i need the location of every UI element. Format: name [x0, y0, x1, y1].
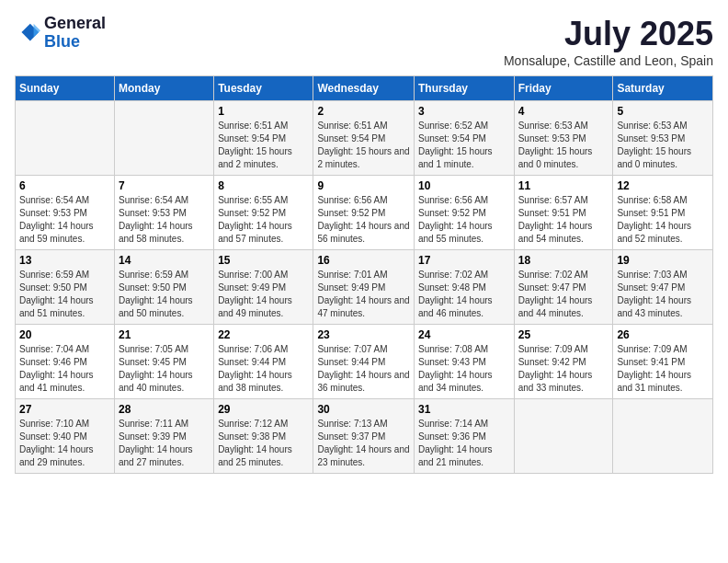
calendar-body: 1Sunrise: 6:51 AM Sunset: 9:54 PM Daylig…: [16, 101, 713, 474]
logo-text: General Blue: [44, 15, 106, 52]
calendar-cell: 18Sunrise: 7:02 AM Sunset: 9:47 PM Dayli…: [514, 250, 613, 325]
day-number: 31: [418, 403, 510, 416]
day-info: Sunrise: 7:01 AM Sunset: 9:49 PM Dayligh…: [317, 269, 410, 320]
day-info: Sunrise: 7:07 AM Sunset: 9:44 PM Dayligh…: [317, 343, 410, 395]
calendar-cell: 1Sunrise: 6:51 AM Sunset: 9:54 PM Daylig…: [214, 101, 313, 176]
calendar-cell: 23Sunrise: 7:07 AM Sunset: 9:44 PM Dayli…: [313, 325, 415, 399]
calendar-cell: 30Sunrise: 7:13 AM Sunset: 9:37 PM Dayli…: [313, 399, 415, 474]
calendar-cell: 2Sunrise: 6:51 AM Sunset: 9:54 PM Daylig…: [313, 101, 415, 176]
day-info: Sunrise: 6:55 AM Sunset: 9:52 PM Dayligh…: [218, 194, 309, 246]
day-info: Sunrise: 6:56 AM Sunset: 9:52 PM Dayligh…: [418, 194, 510, 246]
calendar-cell: 10Sunrise: 6:56 AM Sunset: 9:52 PM Dayli…: [414, 176, 514, 250]
calendar-cell: 21Sunrise: 7:05 AM Sunset: 9:45 PM Dayli…: [115, 325, 214, 399]
day-number: 15: [218, 254, 309, 267]
calendar-cell: 17Sunrise: 7:02 AM Sunset: 9:48 PM Dayli…: [414, 250, 514, 325]
weekday-header-wednesday: Wednesday: [313, 76, 415, 101]
day-info: Sunrise: 7:04 AM Sunset: 9:46 PM Dayligh…: [19, 343, 110, 395]
weekday-header-tuesday: Tuesday: [214, 76, 313, 101]
day-info: Sunrise: 6:57 AM Sunset: 9:51 PM Dayligh…: [518, 194, 609, 246]
day-number: 9: [317, 179, 410, 192]
day-number: 23: [317, 328, 410, 341]
day-info: Sunrise: 6:54 AM Sunset: 9:53 PM Dayligh…: [119, 194, 210, 246]
calendar-cell: 4Sunrise: 6:53 AM Sunset: 9:53 PM Daylig…: [514, 101, 613, 176]
day-number: 6: [19, 179, 110, 192]
calendar-table: SundayMondayTuesdayWednesdayThursdayFrid…: [15, 75, 713, 474]
day-info: Sunrise: 6:59 AM Sunset: 9:50 PM Dayligh…: [19, 269, 110, 320]
day-number: 10: [418, 179, 510, 192]
logo-line1: General: [44, 15, 106, 33]
day-number: 19: [617, 254, 709, 267]
weekday-header-monday: Monday: [115, 76, 214, 101]
day-number: 18: [518, 254, 609, 267]
day-info: Sunrise: 7:06 AM Sunset: 9:44 PM Dayligh…: [218, 343, 309, 395]
day-info: Sunrise: 6:58 AM Sunset: 9:51 PM Dayligh…: [617, 194, 709, 246]
calendar-cell: 13Sunrise: 6:59 AM Sunset: 9:50 PM Dayli…: [16, 250, 115, 325]
day-number: 27: [19, 403, 110, 416]
calendar-cell: 11Sunrise: 6:57 AM Sunset: 9:51 PM Dayli…: [514, 176, 613, 250]
calendar-cell: 24Sunrise: 7:08 AM Sunset: 9:43 PM Dayli…: [414, 325, 514, 399]
calendar-cell: 20Sunrise: 7:04 AM Sunset: 9:46 PM Dayli…: [16, 325, 115, 399]
calendar-week-5: 27Sunrise: 7:10 AM Sunset: 9:40 PM Dayli…: [16, 399, 713, 474]
day-number: 28: [119, 403, 210, 416]
calendar-cell: 16Sunrise: 7:01 AM Sunset: 9:49 PM Dayli…: [313, 250, 415, 325]
weekday-header-friday: Friday: [514, 76, 613, 101]
day-number: 4: [518, 105, 609, 118]
calendar-week-4: 20Sunrise: 7:04 AM Sunset: 9:46 PM Dayli…: [16, 325, 713, 399]
day-info: Sunrise: 6:54 AM Sunset: 9:53 PM Dayligh…: [19, 194, 110, 246]
day-number: 22: [218, 328, 309, 341]
calendar-cell: 14Sunrise: 6:59 AM Sunset: 9:50 PM Dayli…: [115, 250, 214, 325]
day-info: Sunrise: 7:10 AM Sunset: 9:40 PM Dayligh…: [19, 418, 110, 469]
calendar-cell: 25Sunrise: 7:09 AM Sunset: 9:42 PM Dayli…: [514, 325, 613, 399]
day-number: 30: [317, 403, 410, 416]
day-number: 1: [218, 105, 309, 118]
calendar-cell: 26Sunrise: 7:09 AM Sunset: 9:41 PM Dayli…: [613, 325, 713, 399]
calendar-cell: 31Sunrise: 7:14 AM Sunset: 9:36 PM Dayli…: [414, 399, 514, 474]
day-info: Sunrise: 6:59 AM Sunset: 9:50 PM Dayligh…: [119, 269, 210, 320]
day-info: Sunrise: 7:14 AM Sunset: 9:36 PM Dayligh…: [418, 418, 510, 469]
calendar-cell: [115, 101, 214, 176]
day-number: 7: [119, 179, 210, 192]
day-info: Sunrise: 7:02 AM Sunset: 9:48 PM Dayligh…: [418, 269, 510, 320]
calendar-cell: 9Sunrise: 6:56 AM Sunset: 9:52 PM Daylig…: [313, 176, 415, 250]
day-info: Sunrise: 6:52 AM Sunset: 9:54 PM Dayligh…: [418, 120, 510, 171]
day-number: 11: [518, 179, 609, 192]
day-number: 14: [119, 254, 210, 267]
calendar-cell: 7Sunrise: 6:54 AM Sunset: 9:53 PM Daylig…: [115, 176, 214, 250]
day-info: Sunrise: 7:13 AM Sunset: 9:37 PM Dayligh…: [317, 418, 410, 469]
day-info: Sunrise: 6:51 AM Sunset: 9:54 PM Dayligh…: [317, 120, 410, 171]
calendar-cell: [16, 101, 115, 176]
day-number: 8: [218, 179, 309, 192]
day-number: 2: [317, 105, 410, 118]
day-info: Sunrise: 7:09 AM Sunset: 9:41 PM Dayligh…: [617, 343, 709, 395]
calendar-cell: 12Sunrise: 6:58 AM Sunset: 9:51 PM Dayli…: [613, 176, 713, 250]
day-number: 26: [617, 328, 709, 341]
logo-line2: Blue: [44, 33, 106, 52]
day-info: Sunrise: 6:53 AM Sunset: 9:53 PM Dayligh…: [617, 120, 709, 171]
day-info: Sunrise: 7:09 AM Sunset: 9:42 PM Dayligh…: [518, 343, 609, 395]
day-number: 16: [317, 254, 410, 267]
page-header: General Blue July 2025 Monsalupe, Castil…: [15, 15, 713, 68]
month-title: July 2025: [504, 15, 713, 53]
calendar-cell: 22Sunrise: 7:06 AM Sunset: 9:44 PM Dayli…: [214, 325, 313, 399]
logo: General Blue: [15, 15, 106, 52]
calendar-header: SundayMondayTuesdayWednesdayThursdayFrid…: [16, 76, 713, 101]
day-number: 25: [518, 328, 609, 341]
weekday-header-saturday: Saturday: [613, 76, 713, 101]
day-info: Sunrise: 7:12 AM Sunset: 9:38 PM Dayligh…: [218, 418, 309, 469]
weekday-header-thursday: Thursday: [414, 76, 514, 101]
day-number: 17: [418, 254, 510, 267]
calendar-cell: 15Sunrise: 7:00 AM Sunset: 9:49 PM Dayli…: [214, 250, 313, 325]
calendar-cell: [613, 399, 713, 474]
day-number: 29: [218, 403, 309, 416]
day-number: 21: [119, 328, 210, 341]
day-number: 24: [418, 328, 510, 341]
weekday-header-sunday: Sunday: [16, 76, 115, 101]
day-number: 12: [617, 179, 709, 192]
day-info: Sunrise: 7:02 AM Sunset: 9:47 PM Dayligh…: [518, 269, 609, 320]
calendar-cell: 3Sunrise: 6:52 AM Sunset: 9:54 PM Daylig…: [414, 101, 514, 176]
calendar-cell: 5Sunrise: 6:53 AM Sunset: 9:53 PM Daylig…: [613, 101, 713, 176]
day-info: Sunrise: 7:00 AM Sunset: 9:49 PM Dayligh…: [218, 269, 309, 320]
calendar-cell: 28Sunrise: 7:11 AM Sunset: 9:39 PM Dayli…: [115, 399, 214, 474]
calendar-week-2: 6Sunrise: 6:54 AM Sunset: 9:53 PM Daylig…: [16, 176, 713, 250]
calendar-cell: [514, 399, 613, 474]
